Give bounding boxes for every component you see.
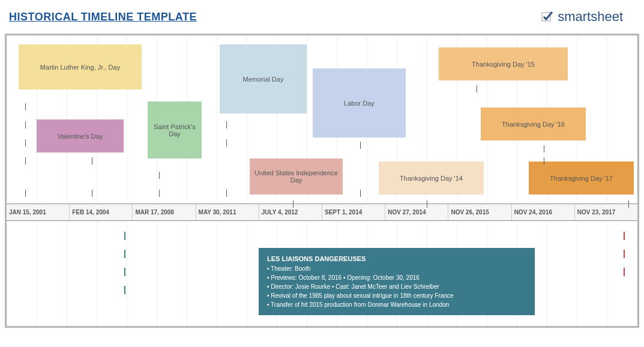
timeline-event[interactable]: United States Independence Day	[250, 158, 343, 195]
timeline-event[interactable]: Thanksgiving Day '16	[481, 107, 586, 140]
smartsheet-logo: smartsheet	[540, 9, 623, 25]
timeline-tick	[427, 201, 427, 208]
timeline-tick	[25, 103, 26, 110]
timeline-tick	[124, 250, 125, 258]
timeline-events-area: Martin Luther King, Jr., DayValentine's …	[7, 35, 637, 204]
timeline-tick	[544, 157, 544, 164]
timeline-tick	[477, 85, 477, 92]
date-label: MAY 30, 2011	[196, 204, 259, 220]
detail-line: • Director: Josie Rourke • Cast: Janet M…	[267, 282, 526, 291]
date-label: MAR 17, 2008	[133, 204, 196, 220]
timeline-tick	[226, 190, 227, 197]
timeline-tick	[226, 121, 227, 128]
timeline-tick	[226, 139, 227, 146]
timeline-event[interactable]: Thanksgiving Day '17	[529, 161, 634, 195]
date-label: NOV 27, 2014	[385, 204, 448, 220]
detail-line: • Previews: October 8, 2016 • Opening: O…	[267, 273, 526, 282]
timeline-tick	[159, 190, 160, 197]
timeline-tick	[360, 190, 361, 197]
date-label: NOV 26, 2015	[448, 204, 511, 220]
date-label: JULY 4, 2012	[259, 204, 322, 220]
timeline-tick	[25, 190, 26, 197]
timeline-event[interactable]: Thanksgiving Day '15	[439, 47, 568, 80]
timeline-tick	[124, 286, 125, 294]
timeline-tick	[628, 201, 629, 208]
timeline-detail-area: LES LIAISONS DANGEREUSES • Theater: Boot…	[7, 221, 637, 323]
timeline-tick	[124, 232, 125, 240]
timeline-tick	[25, 157, 26, 164]
page-title: HISTORICAL TIMELINE TEMPLATE	[9, 11, 197, 23]
timeline-tick	[92, 157, 92, 164]
timeline-event[interactable]: Memorial Day	[220, 44, 307, 113]
timeline-tick	[92, 190, 92, 197]
timeline-tick	[25, 121, 26, 128]
timeline-tick	[624, 250, 625, 258]
detail-title: LES LIAISONS DANGEREUSES	[267, 254, 526, 264]
timeline-event[interactable]: Labor Day	[313, 68, 406, 137]
timeline-event[interactable]: Martin Luther King, Jr., Day	[19, 44, 142, 89]
timeline-tick	[624, 268, 625, 276]
date-axis: JAN 15, 2001FEB 14, 2004MAR 17, 2008MAY …	[7, 204, 637, 221]
timeline-tick	[360, 142, 361, 149]
timeline-tick	[25, 139, 26, 146]
timeline-tick	[124, 268, 125, 276]
timeline-container: Martin Luther King, Jr., DayValentine's …	[5, 34, 639, 328]
timeline-tick	[624, 232, 625, 240]
checkmark-icon	[540, 10, 555, 24]
date-label: JAN 15, 2001	[7, 204, 70, 220]
detail-line: • Transfer of hit 2015 production from D…	[267, 300, 526, 309]
timeline-tick	[544, 145, 544, 152]
detail-line: • Revival of the 1985 play about sexual …	[267, 291, 526, 300]
date-label: SEPT 1, 2014	[322, 204, 385, 220]
detail-line: • Theater: Booth	[267, 264, 526, 273]
timeline-tick	[159, 172, 160, 179]
header: HISTORICAL TIMELINE TEMPLATE smartsheet	[0, 0, 644, 31]
timeline-event[interactable]: Saint Patrick's Day	[148, 101, 202, 158]
timeline-event[interactable]: Thanksgiving Day '14	[379, 161, 484, 195]
event-detail-box: LES LIAISONS DANGEREUSES • Theater: Boot…	[259, 248, 535, 315]
logo-text: smartsheet	[558, 9, 623, 25]
date-label: FEB 14, 2004	[70, 204, 133, 220]
timeline-tick	[293, 201, 293, 208]
date-label: NOV 24, 2016	[512, 204, 575, 220]
timeline-event[interactable]: Valentine's Day	[37, 119, 124, 152]
